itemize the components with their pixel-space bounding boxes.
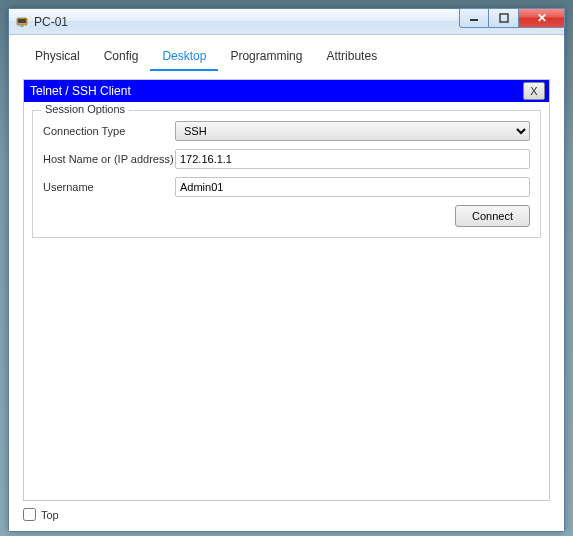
app-window: PC-01 ✕ Physical Config Desktop Programm… xyxy=(8,8,565,532)
title-bar[interactable]: PC-01 ✕ xyxy=(9,9,564,35)
connect-row: Connect xyxy=(43,205,530,227)
username-input[interactable] xyxy=(175,177,530,197)
host-input[interactable] xyxy=(175,149,530,169)
row-connection-type: Connection Type SSH xyxy=(43,121,530,141)
tab-bar: Physical Config Desktop Programming Attr… xyxy=(9,35,564,71)
host-label: Host Name or (IP address) xyxy=(43,153,175,165)
svg-rect-3 xyxy=(470,19,478,21)
app-icon xyxy=(15,15,29,29)
top-label: Top xyxy=(41,509,59,521)
session-options-legend: Session Options xyxy=(41,103,129,115)
footer: Top xyxy=(23,508,59,521)
tab-programming[interactable]: Programming xyxy=(218,43,314,71)
window-controls: ✕ xyxy=(459,8,565,28)
tab-config[interactable]: Config xyxy=(92,43,151,71)
telnet-ssh-panel: Telnet / SSH Client X Session Options Co… xyxy=(23,79,550,501)
panel-title: Telnet / SSH Client xyxy=(30,84,523,98)
connection-type-label: Connection Type xyxy=(43,125,175,137)
panel-close-button[interactable]: X xyxy=(523,82,545,100)
top-checkbox[interactable] xyxy=(23,508,36,521)
svg-rect-2 xyxy=(20,25,24,27)
svg-rect-4 xyxy=(500,14,508,22)
minimize-button[interactable] xyxy=(459,8,489,28)
close-icon: ✕ xyxy=(537,11,547,25)
connection-type-select[interactable]: SSH xyxy=(175,121,530,141)
tab-physical[interactable]: Physical xyxy=(23,43,92,71)
minimize-icon xyxy=(469,13,479,23)
panel-header: Telnet / SSH Client X xyxy=(24,80,549,102)
svg-rect-1 xyxy=(18,19,26,23)
row-username: Username xyxy=(43,177,530,197)
tab-desktop[interactable]: Desktop xyxy=(150,43,218,71)
maximize-icon xyxy=(499,13,509,23)
session-options-group: Session Options Connection Type SSH Host… xyxy=(32,110,541,238)
maximize-button[interactable] xyxy=(489,8,519,28)
connect-button[interactable]: Connect xyxy=(455,205,530,227)
username-label: Username xyxy=(43,181,175,193)
client-area: Physical Config Desktop Programming Attr… xyxy=(9,35,564,531)
tab-attributes[interactable]: Attributes xyxy=(314,43,389,71)
close-button[interactable]: ✕ xyxy=(519,8,565,28)
row-host: Host Name or (IP address) xyxy=(43,149,530,169)
